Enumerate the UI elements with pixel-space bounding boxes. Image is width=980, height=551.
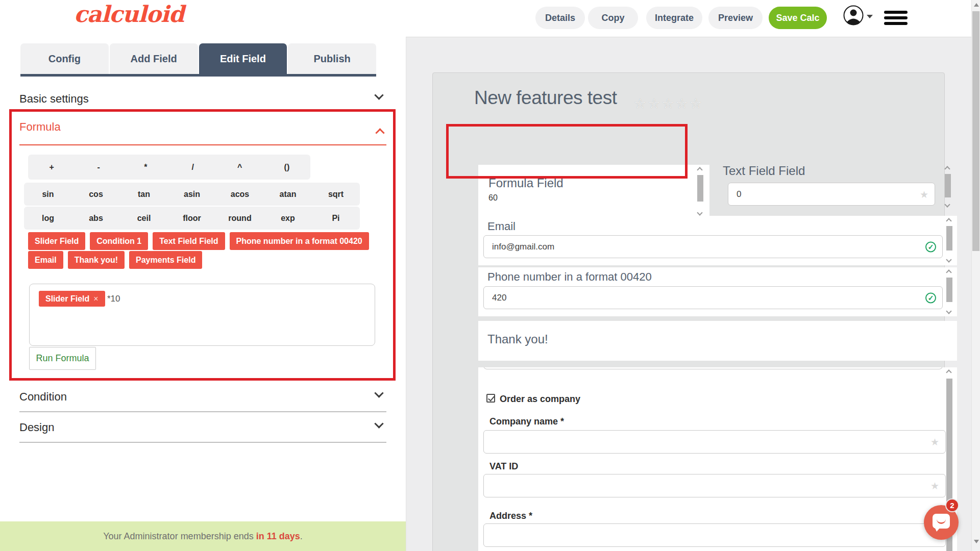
page-scrollbar[interactable] [971, 0, 980, 551]
scroll-up-icon[interactable] [944, 166, 950, 171]
function-floor[interactable]: floor [168, 214, 216, 223]
chip-text-field-field[interactable]: Text Field Field [153, 232, 225, 250]
tab-add-field[interactable]: Add Field [110, 43, 198, 74]
scroll-thumb[interactable] [946, 226, 952, 251]
vat-id-input-wrap: ★ [483, 474, 946, 497]
chip-phone-number[interactable]: Phone number in a format 00420 [230, 232, 369, 250]
preview-button[interactable]: Preview [708, 7, 763, 29]
condition-label: Condition [19, 390, 67, 404]
function-sqrt[interactable]: sqrt [312, 190, 360, 199]
email-input[interactable] [484, 236, 942, 258]
chip-slider-field[interactable]: Slider Field [28, 232, 85, 250]
operator-plus[interactable]: + [28, 163, 75, 172]
scroll-up-icon[interactable] [946, 269, 951, 275]
user-menu[interactable] [843, 5, 874, 28]
remove-chip-icon[interactable]: × [93, 294, 98, 304]
valid-check-icon: ✓ [925, 292, 936, 303]
field-chips-row2: Email Thank you! Payments Field [28, 251, 202, 269]
operator-divide[interactable]: / [169, 163, 216, 172]
chat-bubble-icon [933, 514, 950, 529]
star-icon: ★ [930, 436, 939, 448]
text-field-input[interactable] [728, 183, 935, 205]
function-sin[interactable]: sin [24, 190, 72, 199]
thank-you-card: Thank you! [478, 321, 957, 361]
order-as-company-checkbox[interactable] [486, 394, 495, 403]
section-formula[interactable]: Formula [19, 120, 61, 134]
tab-publish[interactable]: Publish [288, 43, 376, 74]
operator-parens[interactable]: () [263, 163, 310, 172]
chip-condition-1[interactable]: Condition 1 [90, 232, 148, 250]
vat-id-input[interactable] [484, 474, 945, 497]
formula-field-value: 60 [488, 193, 498, 203]
function-abs[interactable]: abs [72, 214, 120, 223]
user-menu-caret-icon [867, 15, 873, 18]
function-acos[interactable]: acos [216, 190, 264, 199]
function-ceil[interactable]: ceil [120, 214, 168, 223]
field-chips-row1: Slider Field Condition 1 Text Field Fiel… [28, 232, 369, 250]
function-pi[interactable]: Pi [312, 214, 360, 223]
phone-field-card: Phone number in a format 00420 ✓ [478, 267, 957, 316]
scroll-thumb[interactable] [946, 278, 952, 302]
chevron-down-icon [374, 90, 383, 99]
function-tan[interactable]: tan [120, 190, 168, 199]
formula-field-label: Formula Field [488, 176, 564, 190]
scroll-down-icon[interactable] [944, 202, 950, 207]
formula-field-scrollbar [697, 167, 704, 216]
function-asin[interactable]: asin [168, 190, 216, 199]
section-design[interactable]: Design [19, 415, 386, 440]
function-round[interactable]: round [216, 214, 264, 223]
section-condition[interactable]: Condition [19, 385, 386, 409]
tab-config[interactable]: Config [20, 43, 109, 74]
operator-power[interactable]: ^ [216, 163, 263, 172]
formula-field-card: Formula Field 60 [478, 165, 709, 218]
email-field-scrollbar [946, 218, 953, 263]
scroll-up-icon[interactable] [946, 218, 951, 223]
scroll-thumb[interactable] [697, 175, 703, 202]
scroll-up-icon[interactable] [946, 369, 951, 375]
details-button[interactable]: Details [535, 7, 585, 29]
star-icon: ★ [920, 188, 928, 200]
email-field-label: Email [487, 220, 516, 233]
membership-days: in 11 days [256, 531, 300, 542]
divider [19, 442, 386, 443]
scrollbar-thumb[interactable] [972, 11, 979, 251]
chat-unread-badge: 2 [945, 498, 959, 512]
address-input-wrap: ★ [483, 523, 946, 547]
hamburger-menu-icon[interactable] [884, 11, 908, 26]
function-atan[interactable]: atan [264, 190, 312, 199]
scroll-down-icon[interactable] [946, 257, 951, 262]
phone-input[interactable] [484, 287, 942, 309]
function-log[interactable]: log [24, 214, 72, 223]
scroll-thumb[interactable] [945, 174, 951, 197]
formula-input[interactable]: Slider Field × *10 [29, 284, 375, 346]
save-calc-button[interactable]: Save Calc [769, 7, 827, 29]
scroll-up-icon[interactable] [697, 167, 702, 172]
integrate-button[interactable]: Integrate [646, 7, 702, 29]
calculoid-logo[interactable]: calculoid [74, 1, 184, 27]
tab-edit-field[interactable]: Edit Field [199, 43, 287, 74]
scroll-down-icon[interactable] [946, 308, 951, 314]
editor-tabs: Config Add Field Edit Field Publish [20, 43, 376, 74]
copy-button[interactable]: Copy [588, 7, 638, 29]
operator-minus[interactable]: - [75, 163, 122, 172]
calculator-title: New features test [474, 87, 617, 109]
section-basic-settings[interactable]: Basic settings [19, 87, 386, 111]
address-input[interactable] [484, 524, 945, 546]
scrollbar-down-icon[interactable] [974, 540, 979, 543]
chip-email[interactable]: Email [28, 251, 63, 269]
function-cos[interactable]: cos [72, 190, 120, 199]
rating-stars[interactable]: ☆☆☆☆☆ [634, 95, 703, 112]
function-buttons-row2: log abs ceil floor round exp Pi [24, 207, 360, 230]
thank-you-label: Thank you! [487, 332, 548, 346]
scroll-down-icon[interactable] [697, 210, 702, 215]
operator-multiply[interactable]: * [122, 163, 169, 172]
chip-payments-field[interactable]: Payments Field [129, 251, 202, 269]
basic-settings-label: Basic settings [19, 92, 89, 106]
function-exp[interactable]: exp [264, 214, 312, 223]
company-name-input[interactable] [484, 431, 945, 453]
company-name-label: Company name * [489, 416, 564, 427]
chip-thank-you[interactable]: Thank you! [68, 251, 125, 269]
run-formula-button[interactable]: Run Formula [29, 347, 96, 370]
scrollbar-up-icon[interactable] [974, 3, 979, 7]
formula-chip-slider-field[interactable]: Slider Field × [39, 291, 105, 307]
